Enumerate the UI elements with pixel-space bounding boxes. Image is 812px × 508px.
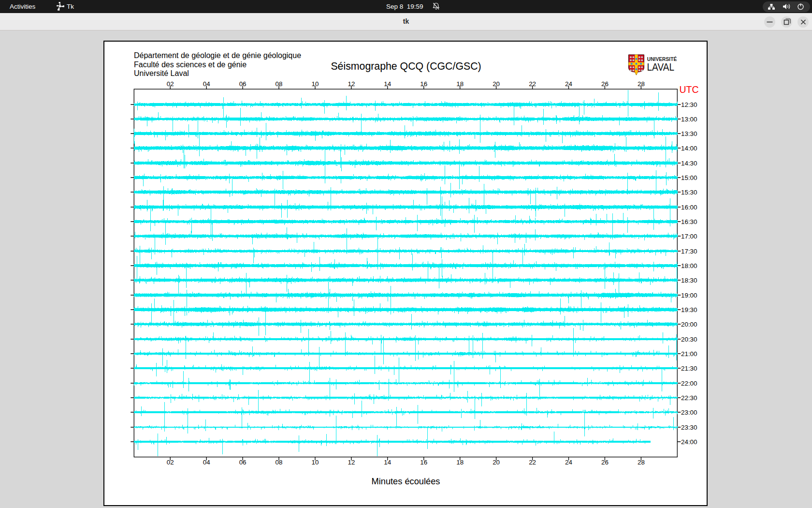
svg-text:17:30: 17:30: [681, 248, 697, 255]
svg-text:17:00: 17:00: [681, 233, 697, 240]
svg-text:08: 08: [276, 459, 283, 466]
svg-text:06: 06: [239, 80, 246, 88]
svg-text:18:00: 18:00: [681, 262, 697, 269]
svg-text:22: 22: [529, 80, 536, 88]
svg-text:04: 04: [203, 459, 210, 466]
svg-text:12: 12: [348, 459, 355, 466]
svg-text:20: 20: [493, 459, 500, 466]
svg-text:Séismographe QCQ (CGC/GSC): Séismographe QCQ (CGC/GSC): [331, 60, 481, 72]
svg-text:23:00: 23:00: [681, 409, 697, 416]
svg-text:24: 24: [565, 80, 572, 88]
svg-text:Faculté des sciences et de gén: Faculté des sciences et de génie: [134, 60, 246, 69]
svg-text:26: 26: [601, 80, 609, 88]
svg-text:Université Laval: Université Laval: [134, 69, 189, 77]
svg-text:21:00: 21:00: [681, 350, 697, 358]
svg-text:14:00: 14:00: [681, 145, 697, 152]
svg-text:19:00: 19:00: [681, 292, 697, 299]
svg-text:04: 04: [203, 80, 210, 88]
svg-text:10: 10: [312, 80, 319, 88]
svg-text:22: 22: [529, 459, 536, 466]
svg-text:18: 18: [456, 80, 464, 88]
svg-text:14: 14: [384, 459, 391, 466]
svg-text:26: 26: [601, 459, 609, 466]
svg-text:24:00: 24:00: [681, 438, 697, 446]
svg-text:19:30: 19:30: [681, 306, 697, 314]
svg-text:16:00: 16:00: [681, 204, 697, 211]
svg-text:15:00: 15:00: [681, 174, 697, 181]
svg-text:02: 02: [167, 459, 174, 466]
svg-text:21:30: 21:30: [681, 365, 697, 372]
svg-text:20: 20: [493, 80, 500, 88]
svg-text:28: 28: [638, 459, 645, 466]
svg-text:02: 02: [167, 80, 174, 88]
svg-text:16:30: 16:30: [681, 218, 697, 225]
svg-text:LAVAL: LAVAL: [647, 61, 675, 73]
svg-text:28: 28: [638, 80, 645, 88]
svg-text:13:30: 13:30: [681, 130, 697, 137]
svg-text:13:00: 13:00: [681, 116, 697, 123]
svg-text:16: 16: [420, 80, 427, 88]
svg-text:16: 16: [420, 459, 427, 466]
svg-text:12: 12: [348, 80, 355, 88]
svg-text:23:30: 23:30: [681, 424, 697, 431]
svg-text:14:30: 14:30: [681, 160, 697, 167]
svg-text:Minutes écoulées: Minutes écoulées: [372, 476, 440, 486]
svg-text:22:30: 22:30: [681, 394, 697, 402]
svg-text:UTC: UTC: [680, 84, 699, 95]
svg-text:10: 10: [312, 459, 319, 466]
svg-text:12:30: 12:30: [681, 101, 697, 108]
svg-text:14: 14: [384, 80, 391, 88]
svg-text:20:00: 20:00: [681, 321, 697, 328]
svg-text:15:30: 15:30: [681, 189, 697, 196]
svg-text:Département de géologie et de: Département de géologie et de génie géol…: [134, 51, 301, 60]
svg-text:24: 24: [565, 459, 572, 466]
svg-text:08: 08: [276, 80, 283, 88]
svg-text:18:30: 18:30: [681, 277, 697, 284]
svg-text:22:00: 22:00: [681, 380, 697, 387]
svg-text:20:30: 20:30: [681, 336, 697, 343]
svg-text:06: 06: [239, 459, 246, 466]
svg-text:18: 18: [456, 459, 464, 466]
